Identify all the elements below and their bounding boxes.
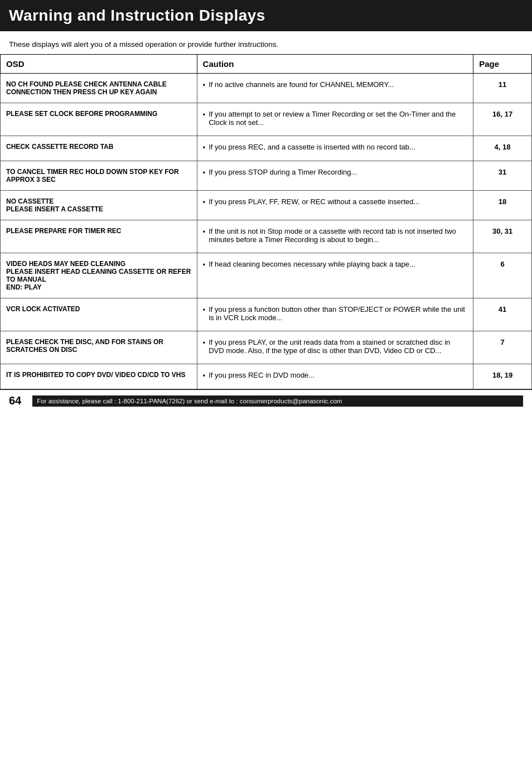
table-row: TO CANCEL TIMER REC HOLD DOWN STOP KEY F… bbox=[1, 161, 532, 191]
caution-text: If you press REC, and a cassette is inse… bbox=[209, 143, 415, 152]
osd-cell: NO CH FOUND PLEASE CHECK ANTENNA CABLE C… bbox=[1, 74, 197, 103]
osd-cell: TO CANCEL TIMER REC HOLD DOWN STOP KEY F… bbox=[1, 161, 197, 191]
osd-cell: NO CASSETTEPLEASE INSERT A CASSETTE bbox=[1, 191, 197, 220]
bullet-icon: • bbox=[203, 168, 206, 177]
osd-cell: VIDEO HEADS MAY NEED CLEANINGPLEASE INSE… bbox=[1, 253, 197, 298]
caution-cell: •If no active channels are found for CHA… bbox=[197, 74, 473, 103]
caution-text: If no active channels are found for CHAN… bbox=[209, 80, 394, 89]
page-cell: 30, 31 bbox=[473, 220, 532, 253]
page-cell: 7 bbox=[473, 331, 532, 364]
caution-text: If you press PLAY, FF, REW, or REC witho… bbox=[209, 197, 419, 206]
caution-cell: •If you press REC in DVD mode... bbox=[197, 364, 473, 389]
caution-text: If head cleaning becomes necessary while… bbox=[209, 260, 415, 269]
page-cell: 31 bbox=[473, 161, 532, 191]
table-row: PLEASE CHECK THE DISC, AND FOR STAINS OR… bbox=[1, 331, 532, 364]
caution-text: If you press PLAY, or the unit reads dat… bbox=[209, 338, 467, 355]
osd-cell: CHECK CASSETTE RECORD TAB bbox=[1, 136, 197, 161]
caution-text: If you attempt to set or review a Timer … bbox=[209, 110, 467, 127]
col-header-osd: OSD bbox=[1, 55, 197, 74]
table-row: VIDEO HEADS MAY NEED CLEANINGPLEASE INSE… bbox=[1, 253, 532, 298]
caution-cell: •If you attempt to set or review a Timer… bbox=[197, 103, 473, 136]
page-title: Warning and Instruction Displays bbox=[9, 7, 523, 25]
table-row: NO CASSETTEPLEASE INSERT A CASSETTE•If y… bbox=[1, 191, 532, 220]
caution-cell: •If you press a function button other th… bbox=[197, 298, 473, 331]
table-row: PLEASE PREPARE FOR TIMER REC•If the unit… bbox=[1, 220, 532, 253]
osd-cell: PLEASE SET CLOCK BEFORE PROGRAMMING bbox=[1, 103, 197, 136]
table-row: PLEASE SET CLOCK BEFORE PROGRAMMING•If y… bbox=[1, 103, 532, 136]
footer: 64 For assistance, please call : 1-800-2… bbox=[0, 389, 532, 412]
caution-text: If you press STOP during a Timer Recordi… bbox=[209, 168, 357, 177]
caution-cell: •If you press STOP during a Timer Record… bbox=[197, 161, 473, 191]
footer-assistance-text: For assistance, please call : 1-800-211-… bbox=[32, 395, 523, 407]
warning-table: OSD Caution Page NO CH FOUND PLEASE CHEC… bbox=[0, 54, 532, 389]
bullet-icon: • bbox=[203, 228, 206, 244]
table-row: NO CH FOUND PLEASE CHECK ANTENNA CABLE C… bbox=[1, 74, 532, 103]
bullet-icon: • bbox=[203, 371, 206, 380]
table-row: IT IS PROHIBITED TO COPY DVD/ VIDEO CD/C… bbox=[1, 364, 532, 389]
caution-cell: •If you press PLAY, FF, REW, or REC with… bbox=[197, 191, 473, 220]
bullet-icon: • bbox=[203, 339, 206, 355]
osd-cell: IT IS PROHIBITED TO COPY DVD/ VIDEO CD/C… bbox=[1, 364, 197, 389]
caution-text: If you press REC in DVD mode... bbox=[209, 371, 315, 380]
footer-page-number: 64 bbox=[9, 394, 21, 407]
caution-cell: •If you press REC, and a cassette is ins… bbox=[197, 136, 473, 161]
header-bar: Warning and Instruction Displays bbox=[0, 0, 532, 31]
osd-cell: VCR LOCK ACTIVATED bbox=[1, 298, 197, 331]
intro-text: These displays will alert you of a misse… bbox=[0, 37, 532, 54]
caution-text: If you press a function button other tha… bbox=[209, 305, 467, 322]
page-cell: 16, 17 bbox=[473, 103, 532, 136]
bullet-icon: • bbox=[203, 306, 206, 322]
page-cell: 18, 19 bbox=[473, 364, 532, 389]
col-header-caution: Caution bbox=[197, 55, 473, 74]
table-row: VCR LOCK ACTIVATED•If you press a functi… bbox=[1, 298, 532, 331]
col-header-page: Page bbox=[473, 55, 532, 74]
bullet-icon: • bbox=[203, 81, 206, 89]
bullet-icon: • bbox=[203, 143, 206, 152]
bullet-icon: • bbox=[203, 110, 206, 127]
bullet-icon: • bbox=[203, 260, 206, 269]
table-row: CHECK CASSETTE RECORD TAB•If you press R… bbox=[1, 136, 532, 161]
caution-cell: •If you press PLAY, or the unit reads da… bbox=[197, 331, 473, 364]
osd-cell: PLEASE PREPARE FOR TIMER REC bbox=[1, 220, 197, 253]
osd-cell: PLEASE CHECK THE DISC, AND FOR STAINS OR… bbox=[1, 331, 197, 364]
caution-text: If the unit is not in Stop mode or a cas… bbox=[209, 227, 467, 244]
page-cell: 18 bbox=[473, 191, 532, 220]
bullet-icon: • bbox=[203, 198, 206, 206]
page-cell: 4, 18 bbox=[473, 136, 532, 161]
page-cell: 41 bbox=[473, 298, 532, 331]
caution-cell: •If the unit is not in Stop mode or a ca… bbox=[197, 220, 473, 253]
caution-cell: •If head cleaning becomes necessary whil… bbox=[197, 253, 473, 298]
page-cell: 6 bbox=[473, 253, 532, 298]
page-cell: 11 bbox=[473, 74, 532, 103]
